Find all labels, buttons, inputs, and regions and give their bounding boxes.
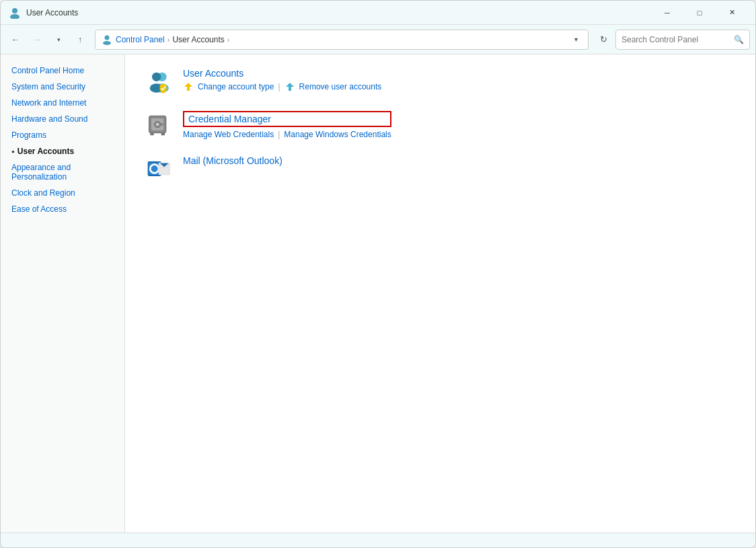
up-button[interactable]: ↑ (71, 30, 89, 49)
sidebar-item-user-accounts: ● User Accounts (1, 143, 124, 159)
manage-web-credentials-link[interactable]: Manage Web Credentials (183, 130, 274, 139)
section-mail: Mail (Microsoft Outlook) (145, 155, 735, 182)
sidebar-item-network-and-internet[interactable]: Network and Internet (1, 95, 124, 111)
window: User Accounts ─ □ ✕ ← → ▾ ↑ Control Pane… (0, 0, 756, 548)
remove-accounts-icon (285, 81, 295, 92)
search-icon: 🔍 (734, 35, 744, 44)
svg-point-11 (156, 123, 159, 126)
svg-point-6 (152, 73, 161, 81)
forward-button[interactable]: → (28, 30, 46, 49)
svg-point-3 (103, 41, 111, 45)
sidebar-item-label: Programs (11, 130, 46, 140)
credential-manager-links: Manage Web Credentials | Manage Windows … (183, 130, 391, 139)
search-button[interactable]: 🔍 (734, 35, 744, 44)
sidebar-item-label: Ease of Access (11, 204, 67, 214)
sidebar: Control Panel Home System and Security N… (1, 54, 125, 533)
nav-bar: ← → ▾ ↑ Control Panel › User Accounts › … (1, 25, 755, 54)
sidebar-item-label: Control Panel Home (11, 66, 84, 75)
title-bar: User Accounts ─ □ ✕ (1, 1, 755, 25)
minimize-button[interactable]: ─ (652, 3, 683, 23)
svg-rect-12 (161, 123, 164, 126)
credential-manager-title[interactable]: Credential Manager (183, 111, 391, 127)
svg-point-0 (12, 8, 17, 13)
close-button[interactable]: ✕ (716, 3, 747, 23)
sidebar-item-label: Clock and Region (11, 188, 75, 198)
up-arrow-icon: ↑ (78, 35, 82, 44)
user-accounts-content: User Accounts Change account type | Remo… (183, 68, 381, 92)
mail-icon (145, 155, 172, 182)
crumb-separator-1: › (167, 36, 170, 44)
user-accounts-links: Change account type | Remove user accoun… (183, 81, 381, 92)
mail-content: Mail (Microsoft Outlook) (183, 155, 282, 166)
refresh-button[interactable]: ↻ (594, 30, 613, 49)
address-bar[interactable]: Control Panel › User Accounts › ▾ (95, 30, 589, 50)
svg-rect-14 (161, 133, 165, 136)
svg-point-1 (10, 14, 20, 19)
refresh-icon: ↻ (600, 34, 607, 44)
sidebar-item-control-panel-home[interactable]: Control Panel Home (1, 63, 124, 79)
content-area: Control Panel Home System and Security N… (1, 54, 755, 533)
sidebar-item-label: Appearance and Personalization (11, 163, 114, 182)
search-input[interactable] (621, 35, 731, 44)
section-user-accounts: User Accounts Change account type | Remo… (145, 68, 735, 95)
mail-title[interactable]: Mail (Microsoft Outlook) (183, 155, 282, 166)
link-separator: | (278, 82, 280, 91)
sidebar-item-ease-of-access[interactable]: Ease of Access (1, 201, 124, 217)
remove-user-accounts-link[interactable]: Remove user accounts (299, 82, 382, 91)
link-separator-2: | (278, 130, 280, 139)
credential-manager-icon (145, 111, 172, 138)
active-bullet-icon: ● (11, 149, 15, 155)
sidebar-item-hardware-and-sound[interactable]: Hardware and Sound (1, 111, 124, 127)
sidebar-item-appearance-and-personalization[interactable]: Appearance and Personalization (1, 159, 124, 185)
svg-rect-13 (150, 133, 153, 136)
chevron-down-icon: ▾ (57, 36, 61, 43)
maximize-button[interactable]: □ (684, 3, 715, 23)
svg-point-2 (105, 35, 110, 40)
back-button[interactable]: ← (6, 30, 25, 49)
window-controls: ─ □ ✕ (652, 3, 747, 23)
search-box: 🔍 (615, 30, 750, 50)
crumb-user-accounts: User Accounts (172, 35, 224, 44)
credential-manager-content: Credential Manager Manage Web Credential… (183, 111, 391, 139)
crumb-control-panel[interactable]: Control Panel (116, 35, 165, 44)
address-dropdown-button[interactable]: ▾ (569, 32, 582, 47)
sidebar-item-label: System and Security (11, 82, 85, 91)
crumb-separator-2: › (227, 36, 230, 44)
sidebar-item-system-and-security[interactable]: System and Security (1, 79, 124, 95)
sidebar-item-label: Network and Internet (11, 98, 86, 108)
change-account-type-link[interactable]: Change account type (198, 82, 274, 91)
manage-windows-credentials-link[interactable]: Manage Windows Credentials (284, 130, 391, 139)
sidebar-item-label: Hardware and Sound (11, 114, 87, 124)
status-bar (1, 533, 755, 547)
window-title: User Accounts (26, 8, 652, 17)
user-accounts-icon (145, 68, 172, 95)
window-icon (9, 7, 21, 19)
breadcrumb: Control Panel › User Accounts › (116, 35, 566, 44)
address-bar-icon (101, 34, 113, 46)
main-panel: User Accounts Change account type | Remo… (125, 54, 755, 533)
section-credential-manager: Credential Manager Manage Web Credential… (145, 111, 735, 139)
sidebar-item-label: User Accounts (17, 147, 74, 156)
sidebar-item-clock-and-region[interactable]: Clock and Region (1, 185, 124, 201)
change-account-icon (183, 81, 194, 92)
user-accounts-title[interactable]: User Accounts (183, 68, 381, 79)
sidebar-item-programs[interactable]: Programs (1, 127, 124, 143)
nav-dropdown-button[interactable]: ▾ (49, 30, 68, 49)
